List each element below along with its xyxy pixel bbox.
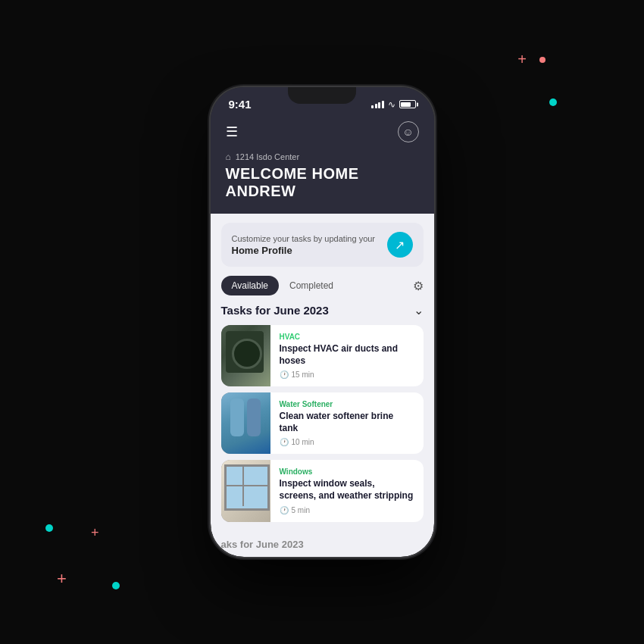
- welcome-heading: WELCOME HOME ANDREW: [226, 165, 419, 200]
- phone-notch: [288, 87, 356, 104]
- banner-text: Customize your tasks by updating your Ho…: [232, 233, 387, 256]
- task-image-hvac: [221, 325, 270, 386]
- address-row: ⌂ 1214 Isdo Center: [226, 152, 419, 162]
- deco-dot-teal-bl2: [112, 582, 120, 589]
- task-duration-water: 10 min: [292, 438, 314, 446]
- home-profile-banner[interactable]: Customize your tasks by updating your Ho…: [221, 223, 424, 267]
- task-image-water: [221, 392, 270, 454]
- home-icon: ⌂: [226, 152, 231, 162]
- task-category-hvac: HVAC: [280, 333, 414, 341]
- task-duration-windows: 5 min: [292, 506, 310, 514]
- task-time-hvac: 🕐 15 min: [280, 370, 414, 379]
- hvac-image: [221, 325, 270, 386]
- water-image: [221, 392, 270, 454]
- task-name-windows: Inspect window seals, screens, and weath…: [280, 478, 414, 502]
- signal-icon: [371, 101, 384, 108]
- deco-plus-bl1: +: [91, 526, 99, 539]
- clock-icon-hvac: 🕐: [280, 370, 289, 379]
- profile-icon-symbol: ☺: [402, 126, 413, 138]
- deco-plus-bl2: +: [57, 571, 67, 587]
- task-card-windows[interactable]: Windows Inspect window seals, screens, a…: [221, 460, 424, 521]
- clock-icon-windows: 🕐: [280, 506, 289, 514]
- tab-available-label: Available: [232, 280, 268, 291]
- deco-plus-top-right: +: [517, 52, 527, 67]
- task-time-windows: 🕐 5 min: [280, 506, 414, 514]
- tabs-row: Available Completed ⚙: [211, 276, 434, 295]
- deco-dot-teal-bl: [45, 524, 53, 532]
- banner-customize-text: Customize your tasks by updating your: [232, 233, 387, 245]
- address-text: 1214 Isdo Center: [236, 152, 299, 161]
- deco-dot-teal-tr: [549, 98, 557, 106]
- task-category-water: Water Softener: [280, 400, 414, 408]
- next-section-label: aks for June 2023: [221, 539, 304, 550]
- header-nav: ☰ ☺: [226, 121, 419, 142]
- next-section-peek: aks for June 2023: [211, 528, 434, 554]
- task-card-water[interactable]: Water Softener Clean water softener brin…: [221, 392, 424, 454]
- task-info-water: Water Softener Clean water softener brin…: [270, 392, 424, 454]
- windows-image: [221, 460, 270, 521]
- tasks-section: Tasks for June 2023 ⌄ HVAC Inspect HVAC …: [211, 303, 434, 522]
- arrow-icon: ↗: [395, 238, 405, 252]
- task-image-windows: [221, 460, 270, 521]
- app-header: ☰ ☺ ⌂ 1214 Isdo Center WELCOME HOME ANDR…: [211, 117, 434, 214]
- task-category-windows: Windows: [280, 467, 414, 476]
- task-duration-hvac: 15 min: [292, 370, 314, 379]
- tab-completed[interactable]: Completed: [279, 276, 344, 295]
- tab-available[interactable]: Available: [221, 276, 279, 295]
- battery-icon: [399, 100, 416, 108]
- profile-icon[interactable]: ☺: [398, 121, 419, 142]
- banner-arrow-button[interactable]: ↗: [387, 232, 413, 258]
- menu-icon[interactable]: ☰: [226, 123, 238, 140]
- tasks-title: Tasks for June 2023: [221, 304, 329, 317]
- tasks-header: Tasks for June 2023 ⌄: [221, 303, 424, 317]
- chevron-down-icon[interactable]: ⌄: [414, 303, 424, 317]
- deco-dot-pink-tr: [539, 57, 546, 63]
- task-info-windows: Windows Inspect window seals, screens, a…: [270, 460, 424, 521]
- settings-gear-icon[interactable]: ⚙: [413, 279, 424, 293]
- app-content: Customize your tasks by updating your Ho…: [211, 214, 434, 557]
- status-icons: ∿: [371, 99, 416, 110]
- phone-frame: 9:41 ∿ ☰ ☺ ⌂ 1214 Isdo Center WELCOME HO…: [211, 87, 434, 557]
- task-info-hvac: HVAC Inspect HVAC air ducts and hoses 🕐 …: [270, 325, 424, 386]
- task-card-hvac[interactable]: HVAC Inspect HVAC air ducts and hoses 🕐 …: [221, 325, 424, 386]
- status-time: 9:41: [229, 98, 252, 111]
- wifi-icon: ∿: [388, 99, 395, 110]
- window-h-bar: [224, 485, 267, 486]
- tab-completed-label: Completed: [289, 280, 333, 291]
- clock-icon-water: 🕐: [280, 438, 289, 446]
- banner-profile-label: Home Profile: [232, 245, 387, 256]
- task-time-water: 🕐 10 min: [280, 438, 414, 446]
- task-name-water: Clean water softener brine tank: [280, 411, 414, 434]
- task-name-hvac: Inspect HVAC air ducts and hoses: [280, 343, 414, 367]
